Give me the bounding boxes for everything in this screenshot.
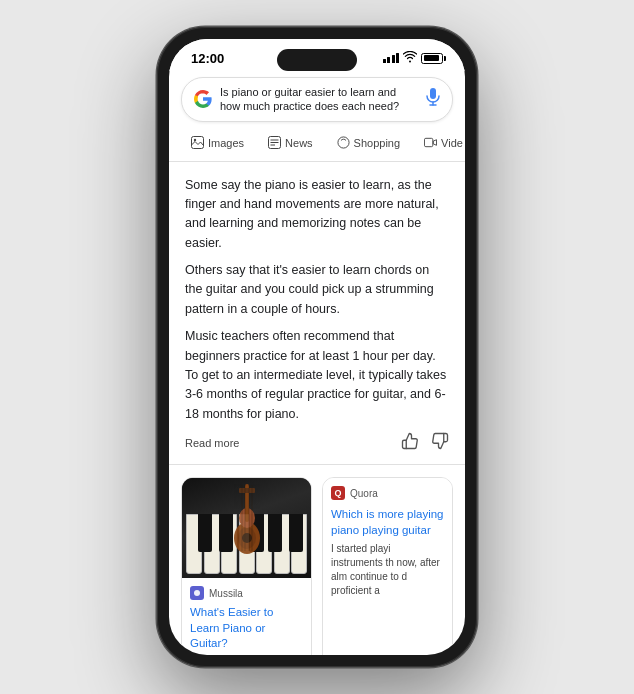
signal-icon xyxy=(383,53,400,63)
battery-icon xyxy=(421,53,443,64)
quora-card-snippet: I started playi instruments th now, afte… xyxy=(323,542,452,606)
ai-summary-section: Some say the piano is easier to learn, a… xyxy=(169,162,465,466)
mussila-source-label: Mussila xyxy=(209,588,243,599)
tab-videos[interactable]: Vide xyxy=(414,128,465,161)
svg-rect-0 xyxy=(430,88,436,99)
images-tab-label: Images xyxy=(208,137,244,149)
mussila-card-title[interactable]: What's Easier to Learn Piano or Guitar? xyxy=(182,602,311,655)
content-area[interactable]: Some say the piano is easier to learn, a… xyxy=(169,162,465,655)
shopping-tab-label: Shopping xyxy=(354,137,401,149)
phone-mockup: 12:00 xyxy=(157,27,477,667)
svg-point-16 xyxy=(242,533,252,543)
videos-tab-label: Vide xyxy=(441,137,463,149)
quora-card-title[interactable]: Which is more playing piano playing guit… xyxy=(323,504,452,542)
images-tab-icon xyxy=(191,136,204,151)
thumbs-down-icon[interactable] xyxy=(431,432,449,454)
svg-point-21 xyxy=(194,590,200,596)
search-bar[interactable]: Is piano or guitar easier to learn and h… xyxy=(181,77,453,122)
tab-shopping[interactable]: Shopping xyxy=(327,128,411,161)
svg-rect-10 xyxy=(425,138,433,146)
result-cards-section: Mussila What's Easier to Learn Piano or … xyxy=(169,465,465,655)
news-tab-label: News xyxy=(285,137,313,149)
search-query-text: Is piano or guitar easier to learn and h… xyxy=(220,85,418,114)
tab-bar: Images News xyxy=(169,128,465,162)
quora-source-row: Q Quora xyxy=(323,478,452,504)
videos-tab-icon xyxy=(424,136,437,151)
phone-screen: 12:00 xyxy=(169,39,465,655)
google-logo-icon xyxy=(194,90,212,108)
feedback-icons xyxy=(401,432,449,454)
mussila-logo-icon xyxy=(190,586,204,600)
svg-rect-15 xyxy=(239,488,255,493)
quora-logo-icon: Q xyxy=(331,486,345,500)
status-icons xyxy=(383,51,444,66)
svg-point-9 xyxy=(338,137,349,148)
feedback-row: Read more xyxy=(185,432,449,454)
mussila-card[interactable]: Mussila What's Easier to Learn Piano or … xyxy=(181,477,312,655)
tab-news[interactable]: News xyxy=(258,128,323,161)
mussila-source-row: Mussila xyxy=(182,578,311,602)
summary-paragraph-2: Others say that it's easier to learn cho… xyxy=(185,261,449,319)
summary-paragraph-1: Some say the piano is easier to learn, a… xyxy=(185,176,449,254)
quora-card[interactable]: Q Quora Which is more playing piano play… xyxy=(322,477,453,655)
read-more-link[interactable]: Read more xyxy=(185,437,239,449)
status-time: 12:00 xyxy=(191,51,224,66)
summary-paragraph-3: Music teachers often recommend that begi… xyxy=(185,327,449,424)
mussila-card-image xyxy=(182,478,311,578)
thumbs-up-icon[interactable] xyxy=(401,432,419,454)
shopping-tab-icon xyxy=(337,136,350,151)
tab-images[interactable]: Images xyxy=(181,128,254,161)
microphone-icon[interactable] xyxy=(426,88,440,110)
dynamic-island xyxy=(277,49,357,71)
phone-frame: 12:00 xyxy=(157,27,477,667)
wifi-icon xyxy=(403,51,417,66)
news-tab-icon xyxy=(268,136,281,151)
quora-source-label: Quora xyxy=(350,488,378,499)
